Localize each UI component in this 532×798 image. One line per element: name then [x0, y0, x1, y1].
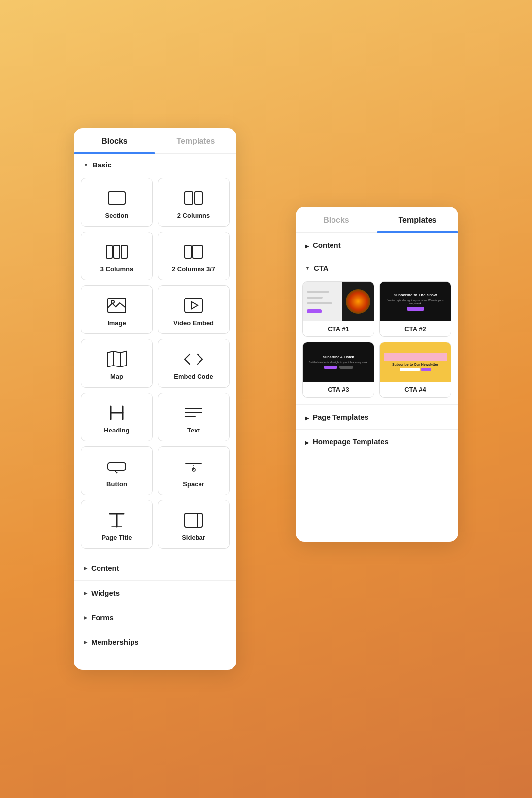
sidebar-icon: [183, 511, 204, 529]
svg-rect-6: [185, 245, 191, 258]
2columns-icon: [183, 189, 204, 207]
map-icon: [106, 350, 128, 368]
block-spacer[interactable]: Spacer: [158, 446, 230, 495]
widgets-chevron-icon: [84, 590, 87, 596]
cta1-right: [342, 282, 374, 321]
right-panel-tabs: Blocks Templates: [296, 207, 458, 233]
heading-icon: [106, 404, 128, 422]
memberships-chevron-icon: [84, 639, 87, 645]
svg-marker-12: [107, 351, 126, 367]
block-image[interactable]: Image: [81, 285, 153, 334]
block-2columns37[interactable]: 2 Columns 3/7: [158, 232, 230, 280]
block-3columns[interactable]: 3 Columns: [81, 232, 153, 280]
panels-container: Blocks Templates Basic Section: [74, 128, 458, 670]
basic-chevron-icon: [84, 162, 88, 167]
cta-grid: CTA #1 Subscribe to The Show Join two ep…: [296, 279, 458, 404]
homepage-templates-chevron-icon: [305, 437, 309, 446]
cta1-thumbnail: [303, 282, 374, 321]
cta-chevron-icon: [305, 266, 310, 271]
cta4-thumbnail: Subscribe to Our Newsletter: [380, 342, 451, 382]
cta3-thumbnail: Subscribe & Listen Get the latest episod…: [303, 342, 374, 382]
svg-rect-3: [106, 245, 112, 258]
page-title-icon: [106, 511, 128, 529]
content-chevron-icon: [84, 565, 87, 571]
right-panel: Blocks Templates Content CTA: [296, 207, 458, 542]
tab-blocks-right[interactable]: Blocks: [296, 207, 377, 232]
2columns37-icon: [183, 243, 204, 261]
page-templates-header[interactable]: Page Templates: [296, 404, 458, 429]
block-embed-code[interactable]: Embed Code: [158, 339, 230, 388]
svg-rect-10: [185, 298, 202, 313]
cta-section-header[interactable]: CTA: [296, 257, 458, 279]
left-panel: Blocks Templates Basic Section: [74, 128, 236, 670]
svg-point-9: [111, 300, 114, 303]
tab-blocks-left[interactable]: Blocks: [74, 128, 155, 153]
block-heading[interactable]: Heading: [81, 393, 153, 441]
spacer-icon: [183, 458, 204, 475]
left-panel-tabs: Blocks Templates: [74, 128, 236, 154]
svg-rect-21: [108, 463, 126, 470]
svg-rect-0: [108, 192, 125, 204]
tab-templates-left[interactable]: Templates: [155, 128, 236, 153]
category-content[interactable]: Content: [74, 556, 236, 580]
block-page-title[interactable]: Page Title: [81, 500, 153, 549]
section-icon: [106, 189, 128, 207]
svg-rect-4: [114, 245, 120, 258]
cta-item-1[interactable]: CTA #1: [302, 281, 374, 337]
tab-templates-right[interactable]: Templates: [377, 207, 458, 232]
cta-item-3[interactable]: Subscribe & Listen Get the latest episod…: [302, 342, 374, 398]
3columns-icon: [106, 243, 128, 261]
block-section[interactable]: Section: [81, 178, 153, 227]
svg-marker-11: [192, 302, 198, 309]
category-forms[interactable]: Forms: [74, 605, 236, 630]
cta2-thumbnail: Subscribe to The Show Join two episodes …: [380, 282, 451, 321]
svg-rect-30: [185, 513, 202, 527]
basic-section-header[interactable]: Basic: [74, 154, 236, 176]
forms-chevron-icon: [84, 615, 87, 620]
image-icon: [106, 297, 128, 314]
video-embed-icon: [183, 297, 204, 314]
cta-item-2[interactable]: Subscribe to The Show Join two episodes …: [379, 281, 451, 337]
category-widgets[interactable]: Widgets: [74, 580, 236, 605]
block-map[interactable]: Map: [81, 339, 153, 388]
block-button[interactable]: Button: [81, 446, 153, 495]
block-text[interactable]: Text: [158, 393, 230, 441]
category-memberships[interactable]: Memberships: [74, 630, 236, 654]
svg-rect-7: [193, 245, 202, 258]
embed-code-icon: [183, 350, 204, 368]
homepage-templates-header[interactable]: Homepage Templates: [296, 429, 458, 454]
content-section-header[interactable]: Content: [296, 233, 458, 257]
text-icon: [183, 404, 204, 422]
svg-rect-2: [195, 192, 202, 204]
cta-item-4[interactable]: Subscribe to Our Newsletter CTA #4: [379, 342, 451, 398]
content-right-chevron-icon: [305, 241, 309, 249]
page-templates-chevron-icon: [305, 413, 309, 421]
blocks-grid: Section 2 Columns: [74, 176, 236, 556]
block-2columns[interactable]: 2 Columns: [158, 178, 230, 227]
block-video-embed[interactable]: Video Embed: [158, 285, 230, 334]
svg-rect-1: [185, 192, 193, 204]
svg-rect-5: [121, 245, 127, 258]
button-icon: [106, 458, 128, 475]
block-sidebar[interactable]: Sidebar: [158, 500, 230, 549]
cta1-left: [303, 282, 342, 321]
